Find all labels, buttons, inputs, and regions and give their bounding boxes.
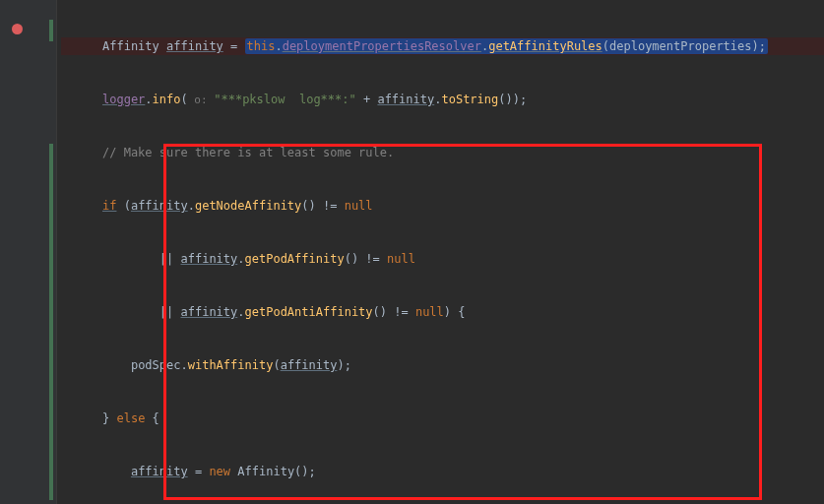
- breakpoint-icon[interactable]: [12, 24, 23, 34]
- code-line[interactable]: // Make sure there is at least some rule…: [61, 144, 824, 161]
- code-line[interactable]: Affinity affinity = this.deploymentPrope…: [61, 37, 824, 55]
- vcs-change-marker: [49, 144, 53, 500]
- code-line[interactable]: } else {: [61, 410, 824, 427]
- parameter-hint: o:: [188, 94, 215, 106]
- vcs-change-marker: [49, 20, 53, 41]
- code-line[interactable]: logger.info( o: "***pkslow log***:" + af…: [61, 91, 824, 108]
- code-line[interactable]: || affinity.getPodAntiAffinity() != null…: [61, 303, 824, 321]
- editor-gutter[interactable]: [0, 0, 57, 504]
- code-line[interactable]: if (affinity.getNodeAffinity() != null: [61, 197, 824, 215]
- code-line[interactable]: affinity = new Affinity();: [61, 463, 824, 480]
- code-line[interactable]: || affinity.getPodAffinity() != null: [61, 250, 824, 268]
- code-line[interactable]: podSpec.withAffinity(affinity);: [61, 356, 824, 374]
- code-editor[interactable]: Affinity affinity = this.deploymentPrope…: [61, 0, 824, 504]
